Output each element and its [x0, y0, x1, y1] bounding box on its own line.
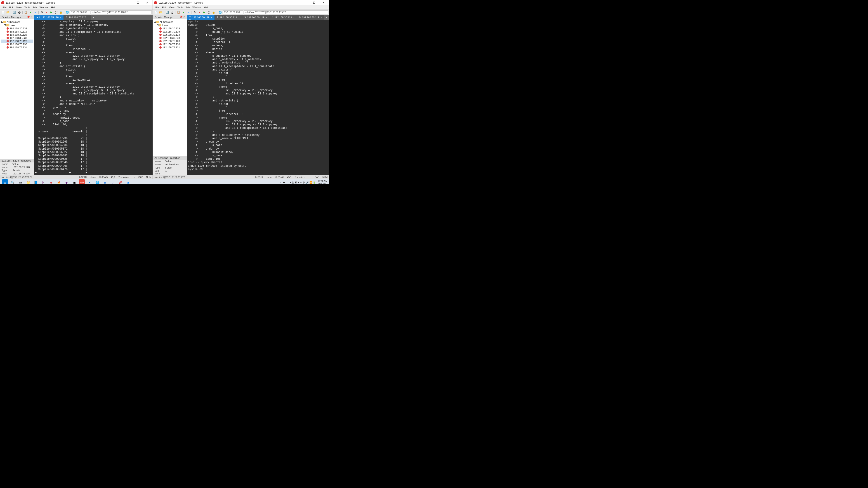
props-icon[interactable]: ⚙: [193, 10, 197, 14]
tab-add-button[interactable]: +: [324, 15, 329, 20]
address-1[interactable]: 192.168.30.238: [70, 10, 90, 14]
tab-close-icon[interactable]: ×: [266, 16, 267, 19]
terminal-left[interactable]: -> s_suppkey = l1.l_suppkey -> and o_ord…: [34, 20, 153, 175]
app-icon[interactable]: ◉: [48, 180, 54, 184]
session-tree[interactable]: ⊟All Sessions ⊟Links 192.168.20.233192.1…: [153, 19, 187, 156]
menu-window[interactable]: Window: [191, 6, 203, 9]
session-item[interactable]: 192.168.75.131: [1, 46, 33, 49]
search-icon[interactable]: ●: [33, 10, 37, 14]
onenote-icon[interactable]: N: [40, 180, 46, 184]
app-icon[interactable]: ◆: [102, 180, 108, 184]
app-icon[interactable]: ✕: [86, 180, 93, 184]
menu-tools[interactable]: Tools: [176, 6, 184, 9]
menu-window[interactable]: Window: [38, 6, 50, 9]
close-button[interactable]: ✕: [143, 0, 152, 5]
app-icon[interactable]: 📘: [33, 180, 39, 184]
session-item[interactable]: 192.168.30.122: [1, 33, 33, 36]
app-icon[interactable]: ○: [110, 180, 116, 184]
tab-close-icon[interactable]: ×: [211, 16, 212, 19]
app-icon[interactable]: ◗: [125, 180, 131, 184]
taskbar[interactable]: ⊞ 🔍 ▭ 📁 📘 N ◉ 🔥 ◆ ▣ Red ✕ 🌐 ◆ ○ W ◗ ^ ▭ …: [0, 180, 329, 184]
open-icon[interactable]: 📂: [159, 10, 163, 14]
menu-edit[interactable]: Edit: [161, 6, 168, 9]
explorer-icon[interactable]: 📁: [25, 180, 31, 184]
app-icon[interactable]: Red: [79, 180, 85, 184]
new-icon[interactable]: 📄: [154, 10, 158, 14]
rec-icon[interactable]: ●: [197, 10, 202, 14]
address-1[interactable]: 192.168.30.238: [223, 10, 243, 14]
clock[interactable]: 11:48 AM 10/9/2022: [317, 180, 328, 184]
minimize-button[interactable]: —: [301, 0, 309, 5]
session-item[interactable]: 192.168.75.130: [1, 43, 33, 46]
session-item[interactable]: 192.168.75.131: [154, 46, 186, 49]
paste-icon[interactable]: ●: [29, 10, 33, 14]
open-icon[interactable]: 📂: [6, 10, 10, 14]
fullscreen-icon[interactable]: ⛶: [207, 10, 211, 14]
copy-icon[interactable]: 📋: [24, 10, 28, 14]
menu-file[interactable]: File: [154, 6, 161, 9]
lock-icon[interactable]: 🔒: [212, 10, 216, 14]
tab-close-icon[interactable]: ×: [293, 16, 294, 19]
menu-file[interactable]: File: [1, 6, 8, 9]
system-tray[interactable]: ^ ▭ ◆ ○ ○ ● ▦ ▣ ▲ 中 拼 🔊 📶 🔋 11:48 AM 10/…: [278, 180, 327, 184]
session-item[interactable]: 192.168.30.119: [154, 30, 186, 33]
reconnect-icon[interactable]: 🔄: [12, 10, 17, 14]
tab-close-icon[interactable]: ×: [60, 16, 61, 19]
paste-icon[interactable]: ●: [181, 10, 185, 14]
globe-icon[interactable]: 🌐: [65, 10, 69, 14]
session-tab[interactable]: ● 1 192.168.30.119 ×: [187, 15, 215, 20]
session-item[interactable]: 192.168.20.233: [154, 27, 186, 30]
chrome-icon[interactable]: 🌐: [94, 180, 100, 184]
session-tab[interactable]: 4 192.168.30.119 ×: [270, 15, 297, 20]
menu-edit[interactable]: Edit: [8, 6, 15, 9]
reconnect-icon[interactable]: 🔄: [165, 10, 169, 14]
start-button[interactable]: ⊞: [2, 180, 8, 184]
menu-tab[interactable]: Tab: [184, 6, 191, 9]
disconnect-icon[interactable]: ⏻: [170, 10, 174, 14]
tab-close-icon[interactable]: ×: [88, 16, 89, 19]
sm-pin-icon[interactable]: 📌 ✕: [27, 15, 33, 19]
app-icon[interactable]: 🔥: [56, 180, 62, 184]
minimize-button[interactable]: —: [124, 0, 133, 5]
sm-pin-icon[interactable]: 📌 ✕: [180, 15, 185, 19]
session-item[interactable]: 192.168.30.238: [1, 36, 33, 39]
menu-view[interactable]: View: [15, 6, 23, 9]
copy-icon[interactable]: 📋: [177, 10, 181, 14]
menu-view[interactable]: View: [168, 6, 176, 9]
session-item[interactable]: 192.168.30.119: [1, 30, 33, 33]
menu-help[interactable]: Help: [203, 6, 211, 9]
globe-icon[interactable]: 🌐: [218, 10, 222, 14]
address-2[interactable]: ssh://root:***********@192.168.30.119:22: [244, 10, 328, 14]
terminal-icon[interactable]: ▣: [71, 180, 77, 184]
terminal-right[interactable]: mysql> mysql> select -> s_name, -> count…: [187, 20, 329, 175]
session-tab[interactable]: 3 192.168.30.119 ×: [242, 15, 270, 20]
session-item[interactable]: 192.168.75.128: [1, 39, 33, 43]
props-icon[interactable]: ⚙: [40, 10, 44, 14]
close-button[interactable]: ✕: [319, 0, 328, 5]
session-item[interactable]: 192.168.20.233: [1, 27, 33, 30]
maximize-button[interactable]: ☐: [133, 0, 143, 5]
maximize-button[interactable]: ☐: [310, 0, 319, 5]
session-item[interactable]: 192.168.30.238: [154, 36, 186, 39]
titlebar-right[interactable]: 192.168.30.119 - root@htap:~ - Xshell 6 …: [153, 0, 329, 5]
address-2[interactable]: ssh://root:*****@192.168.75.128:22: [91, 10, 152, 14]
menu-tab[interactable]: Tab: [31, 6, 38, 9]
session-tab[interactable]: 2 192.168.30.119 ×: [215, 15, 242, 20]
tab-add-button[interactable]: +: [91, 15, 96, 20]
session-item[interactable]: 192.168.75.130: [154, 43, 186, 46]
disconnect-icon[interactable]: ⏻: [17, 10, 21, 14]
session-tab[interactable]: 5 192.168.30.119 ×: [297, 15, 324, 20]
menu-help[interactable]: Help: [50, 6, 58, 9]
play-icon[interactable]: ▶: [202, 10, 206, 14]
session-item[interactable]: 192.168.30.122: [154, 33, 186, 36]
tab-close-icon[interactable]: ×: [320, 16, 322, 19]
lock-icon[interactable]: 🔒: [59, 10, 63, 14]
titlebar-left[interactable]: 192.168.75.128 - root@localhost:~ - Xshe…: [0, 0, 153, 5]
vs-icon[interactable]: ◆: [63, 180, 70, 184]
session-tab[interactable]: ● 1 192.168.75.128 ×: [34, 15, 64, 20]
search-icon[interactable]: 🔍: [9, 180, 16, 184]
session-tab[interactable]: 2 192.168.75.128 ×: [64, 15, 91, 20]
fullscreen-icon[interactable]: ⛶: [54, 10, 58, 14]
session-item[interactable]: 192.168.75.128: [154, 39, 186, 43]
new-icon[interactable]: 📄: [1, 10, 5, 14]
